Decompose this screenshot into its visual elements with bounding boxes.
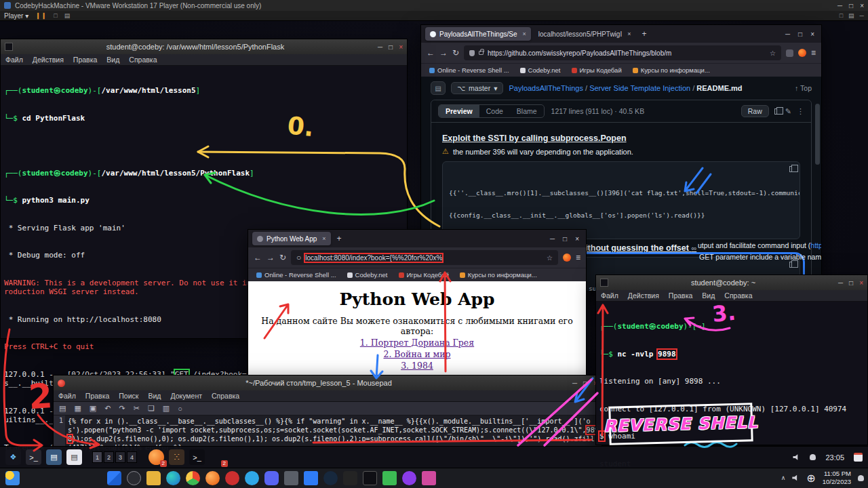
- raw-button[interactable]: Raw: [741, 105, 769, 117]
- branch-selector[interactable]: ⌥ master ▾: [451, 82, 503, 94]
- breadcrumb-dir-link[interactable]: Server Side Template Injection: [589, 84, 690, 92]
- host-clock[interactable]: 11:05 PM 10/2/2023: [823, 470, 851, 486]
- menu-item[interactable]: Справка: [124, 56, 161, 64]
- host-icon-search[interactable]: [127, 471, 141, 485]
- workspace-2[interactable]: 2: [104, 451, 114, 463]
- forward-icon[interactable]: →: [267, 253, 275, 262]
- edit-pencil-icon[interactable]: ✎: [785, 107, 791, 116]
- back-to-top-link[interactable]: ↑ Top: [795, 84, 812, 92]
- tab-blame[interactable]: Blame: [510, 105, 544, 117]
- host-icon-vscode[interactable]: [304, 471, 318, 485]
- bookmark-codeby[interactable]: Codeby.net: [520, 66, 561, 74]
- tray-expand-icon[interactable]: ∧: [781, 474, 786, 481]
- host-icon-opera[interactable]: [225, 471, 239, 485]
- menu-item[interactable]: Правка: [81, 392, 114, 400]
- menu-item[interactable]: Файл: [54, 392, 81, 400]
- mousepad-editor[interactable]: 1 {% for x in ().__class__.__base__.__su…: [54, 415, 601, 447]
- scrollbar-thumb[interactable]: [815, 104, 820, 165]
- reload-icon[interactable]: ↻: [279, 253, 286, 262]
- breadcrumb-repo-link[interactable]: PayloadsAllTheThings: [509, 84, 583, 92]
- close-tab-icon[interactable]: ×: [523, 30, 526, 37]
- bookmark-games[interactable]: Игры Кодебай: [572, 66, 622, 74]
- window-maximize[interactable]: □: [563, 235, 567, 243]
- workspace-1[interactable]: 1: [92, 451, 102, 463]
- url-bar[interactable]: ○ localhost:8080/index?book={%%20for%20x…: [291, 250, 558, 265]
- host-icon-paint[interactable]: [422, 471, 436, 485]
- reload-icon[interactable]: ↻: [452, 48, 459, 58]
- link-anchor-icon[interactable]: ∞: [691, 244, 696, 252]
- app-menu-icon[interactable]: ≡: [576, 253, 580, 262]
- menu-item[interactable]: Вид: [143, 392, 165, 400]
- copy-code-icon[interactable]: [789, 262, 795, 268]
- tab-preview[interactable]: Preview: [439, 105, 479, 117]
- taskbar-files-icon[interactable]: ▤: [46, 449, 62, 465]
- player-menu[interactable]: Player ▾: [4, 12, 28, 20]
- copy-icon[interactable]: ❏: [148, 404, 155, 413]
- menu-item[interactable]: Справка: [719, 291, 757, 300]
- file-tree-toggle-icon[interactable]: ▤: [431, 81, 446, 95]
- vmware-maximize-button[interactable]: □: [849, 2, 853, 9]
- menu-item[interactable]: Вид: [697, 291, 719, 300]
- book-link-3[interactable]: 3. 1984: [248, 361, 586, 371]
- tab-payloadsallthethings[interactable]: PayloadsAllTheThings/Se ×: [425, 27, 531, 41]
- volume-icon[interactable]: [793, 454, 800, 461]
- workspace-4[interactable]: 4: [127, 451, 137, 463]
- window-close[interactable]: ×: [575, 235, 579, 243]
- host-volume-icon[interactable]: [792, 474, 800, 481]
- unity-icon[interactable]: ▤: [64, 12, 71, 19]
- host-icon-chrome[interactable]: [186, 471, 200, 485]
- host-icon-terminal[interactable]: [363, 471, 377, 485]
- window-minimize[interactable]: ─: [550, 235, 555, 243]
- fox-extension-icon[interactable]: [798, 49, 806, 57]
- open-file-icon[interactable]: ▦: [74, 404, 81, 413]
- cut-icon[interactable]: ✂: [134, 404, 140, 413]
- host-icon-firefox[interactable]: [205, 471, 220, 485]
- bookmark-courses[interactable]: Курсы по информаци...: [460, 271, 537, 279]
- devices-icon[interactable]: □: [840, 12, 843, 19]
- close-tab-icon[interactable]: ×: [322, 235, 326, 242]
- expand-icon[interactable]: ▤: [848, 12, 854, 19]
- save-icon[interactable]: ▣: [90, 404, 96, 413]
- window-close[interactable]: ×: [399, 43, 403, 51]
- section-heading[interactable]: Exploit the SSTI by calling subprocess.P…: [442, 134, 800, 143]
- vmware-titlebar[interactable]: CodebyHackMachine - VMware Workstation 1…: [0, 0, 868, 11]
- book-link-2[interactable]: 2. Война и мир: [248, 349, 586, 359]
- host-icon-obs[interactable]: [402, 471, 416, 485]
- taskbar-terminal-windows-icon[interactable]: >_: [189, 449, 205, 465]
- host-icon-edge[interactable]: [166, 471, 180, 485]
- calendar-icon[interactable]: [854, 453, 863, 462]
- bookmark-online-reverse-shell[interactable]: Online - Reverse Shell ...: [256, 271, 336, 279]
- back-icon[interactable]: ←: [254, 253, 262, 262]
- host-icon-widgets[interactable]: [5, 471, 20, 485]
- host-icon-telegram[interactable]: [245, 471, 259, 485]
- notifications-icon[interactable]: [810, 454, 816, 460]
- workspace-3[interactable]: 3: [115, 451, 125, 463]
- host-icon-epic[interactable]: [343, 471, 357, 485]
- menu-item[interactable]: Поиск: [114, 392, 143, 400]
- tracking-shield-icon[interactable]: [469, 50, 475, 56]
- host-icon-notepad[interactable]: [382, 471, 397, 485]
- restore-icon[interactable]: ─: [860, 12, 864, 19]
- taskbar-app-paw-icon[interactable]: ⵘ: [169, 449, 184, 465]
- window-minimize[interactable]: ─: [378, 43, 382, 51]
- vmware-minimize-button[interactable]: ─: [837, 2, 842, 9]
- bookmark-star-icon[interactable]: ☆: [547, 254, 553, 262]
- tab-localhost-phptwig[interactable]: localhost/lesson5/PHPTwigI ×: [534, 27, 636, 41]
- book-link-1[interactable]: 1. Портрет Дориана Грея: [248, 338, 586, 348]
- window-maximize[interactable]: □: [798, 30, 802, 38]
- editor-text[interactable]: {% for x in ().__class__.__base__.__subc…: [65, 415, 601, 447]
- window-minimize[interactable]: ─: [785, 30, 790, 38]
- taskbar-terminal-icon[interactable]: >_: [26, 449, 41, 465]
- menu-item[interactable]: Правка: [664, 291, 697, 300]
- url-bar[interactable]: https://github.com/swisskyrepo/PayloadsA…: [464, 45, 781, 60]
- menu-item[interactable]: Файл: [596, 291, 623, 300]
- menu-item[interactable]: Справка: [207, 392, 244, 400]
- host-notifications-icon[interactable]: [858, 475, 864, 481]
- forward-icon[interactable]: →: [439, 48, 448, 58]
- menu-item[interactable]: Файл: [1, 56, 28, 64]
- new-tab-button[interactable]: +: [638, 29, 650, 39]
- search-icon[interactable]: ○: [178, 405, 182, 413]
- menu-item[interactable]: Действия: [623, 291, 664, 300]
- host-icon-start[interactable]: [107, 471, 121, 485]
- mousepad-titlebar[interactable]: *~/Рабочий стол/tmp_lesson_5 - Mousepad …: [54, 375, 601, 390]
